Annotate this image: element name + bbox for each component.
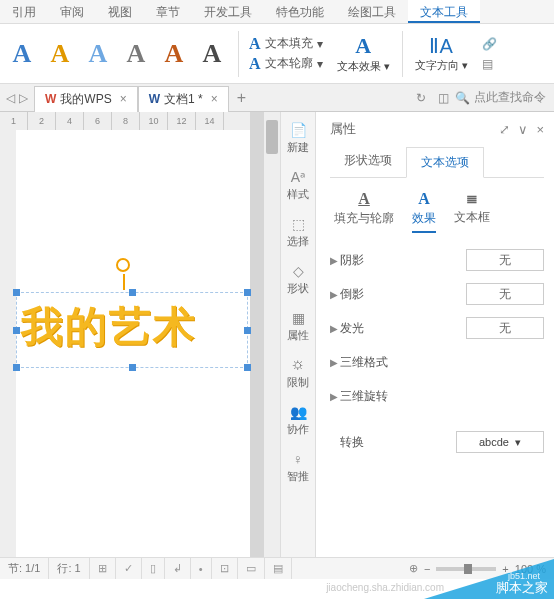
tab-3[interactable]: 章节 xyxy=(144,0,192,23)
dropdown-icon: ▾ xyxy=(515,436,521,449)
align-icon[interactable]: ▤ xyxy=(482,57,497,71)
nav-back-icon[interactable]: ◁ xyxy=(6,91,15,105)
shadow-value-button[interactable]: 无 xyxy=(466,249,544,271)
status-icon-6[interactable]: ⊡ xyxy=(212,558,238,579)
glow-value-button[interactable]: 无 xyxy=(466,317,544,339)
wordart-style-1[interactable]: A xyxy=(6,31,38,77)
status-icon-7[interactable]: ▭ xyxy=(238,558,265,579)
side-styles[interactable]: Aᵃ样式 xyxy=(281,165,315,206)
rotate-handle[interactable] xyxy=(116,258,130,272)
resize-handle[interactable] xyxy=(129,364,136,371)
resize-handle[interactable] xyxy=(244,327,251,334)
wordart-style-3[interactable]: A xyxy=(82,31,114,77)
page-canvas[interactable]: 我的艺术 xyxy=(16,130,236,557)
expand-icon[interactable]: ▶ xyxy=(330,323,340,334)
panel-close-icon[interactable]: × xyxy=(536,122,544,137)
tab-4[interactable]: 开发工具 xyxy=(192,0,264,23)
status-icon-1[interactable]: ⊞ xyxy=(90,558,116,579)
feedback-icon[interactable]: ↻ xyxy=(410,91,432,105)
zoom-slider[interactable] xyxy=(436,567,496,571)
expand-icon[interactable]: ▶ xyxy=(330,255,340,266)
zoom-in-icon[interactable]: + xyxy=(502,563,508,575)
side-collab[interactable]: 👥协作 xyxy=(281,400,315,441)
mode-icon: • xyxy=(199,563,203,575)
doctab-wps[interactable]: W 我的WPS × xyxy=(34,86,138,112)
expand-icon[interactable]: ▶ xyxy=(330,289,340,300)
wordart-selection-box[interactable]: 我的艺术 xyxy=(16,292,248,368)
wordart-style-2[interactable]: A xyxy=(44,31,76,77)
resize-handle[interactable] xyxy=(13,289,20,296)
text-fill-button[interactable]: A文本填充▾ xyxy=(249,35,323,53)
panel-collapse-icon[interactable]: ∨ xyxy=(518,122,528,137)
resize-handle[interactable] xyxy=(13,364,20,371)
nav-fwd-icon[interactable]: ▷ xyxy=(19,91,28,105)
wordart-text[interactable]: 我的艺术 xyxy=(17,293,247,355)
side-shape[interactable]: ◇形状 xyxy=(281,259,315,300)
subtab-textbox[interactable]: ≣文本框 xyxy=(454,190,490,233)
zoom-knob[interactable] xyxy=(464,564,472,574)
status-line[interactable]: 行: 1 xyxy=(49,558,89,579)
tab-2[interactable]: 视图 xyxy=(96,0,144,23)
tab-text-options[interactable]: 文本选项 xyxy=(406,147,484,178)
expand-icon[interactable]: ▶ xyxy=(330,391,340,402)
row-reflection[interactable]: ▶ 倒影 无 xyxy=(330,277,544,311)
tab-0[interactable]: 引用 xyxy=(0,0,48,23)
tab-6[interactable]: 绘图工具 xyxy=(336,0,408,23)
row-shadow[interactable]: ▶ 阴影 无 xyxy=(330,243,544,277)
scrollbar-thumb[interactable] xyxy=(266,120,278,154)
skin-icon[interactable]: ◫ xyxy=(432,91,455,105)
side-select[interactable]: ⬚选择 xyxy=(281,212,315,253)
transform-select[interactable]: abcde ▾ xyxy=(456,431,544,453)
link-icon[interactable]: 🔗 xyxy=(482,37,497,51)
text-direction-icon: ⅡA xyxy=(429,34,452,58)
resize-handle[interactable] xyxy=(244,364,251,371)
wordart-style-5[interactable]: A xyxy=(158,31,190,77)
text-effect-button[interactable]: A 文本效果 ▾ xyxy=(329,33,398,74)
shape-icon: ◇ xyxy=(293,263,304,279)
vertical-scrollbar[interactable] xyxy=(264,112,280,557)
fit-icon[interactable]: ⊕ xyxy=(409,562,418,575)
props-icon: ▦ xyxy=(292,310,305,326)
wordart-style-6[interactable]: A xyxy=(196,31,228,77)
zoom-out-icon[interactable]: − xyxy=(424,563,430,575)
resize-handle[interactable] xyxy=(13,327,20,334)
status-icon-2[interactable]: ✓ xyxy=(116,558,142,579)
text-direction-button[interactable]: ⅡA 文字方向 ▾ xyxy=(407,34,476,73)
side-restrict[interactable]: ⛭限制 xyxy=(281,353,315,394)
status-icon-3[interactable]: ▯ xyxy=(142,558,165,579)
row-3d-rotation[interactable]: ▶ 三维旋转 xyxy=(330,379,544,413)
subtab-effects[interactable]: A效果 xyxy=(412,190,436,233)
zoom-control[interactable]: ⊕ − + 100 % xyxy=(409,562,554,575)
zoom-value[interactable]: 100 % xyxy=(515,563,546,575)
status-icon-4[interactable]: ↲ xyxy=(165,558,191,579)
resize-handle[interactable] xyxy=(244,289,251,296)
status-icon-8[interactable]: ▤ xyxy=(265,558,292,579)
row-3d-format[interactable]: ▶ 三维格式 xyxy=(330,345,544,379)
command-search[interactable]: 🔍 点此查找命令 xyxy=(455,89,554,106)
spellcheck-icon: ✓ xyxy=(124,562,133,575)
resize-handle[interactable] xyxy=(129,289,136,296)
side-new[interactable]: 📄新建 xyxy=(281,118,315,159)
close-icon[interactable]: × xyxy=(211,92,218,106)
status-icon-5[interactable]: • xyxy=(191,558,212,579)
panel-undock-icon[interactable]: ⤢ xyxy=(499,122,510,137)
side-props[interactable]: ▦属性 xyxy=(281,306,315,347)
subtab-fill-outline[interactable]: A填充与轮廓 xyxy=(334,190,394,233)
wordart-style-gallery[interactable]: A A A A A A xyxy=(0,31,234,77)
text-outline-button[interactable]: A文本轮廓▾ xyxy=(249,55,323,73)
tab-1[interactable]: 审阅 xyxy=(48,0,96,23)
reflection-value-button[interactable]: 无 xyxy=(466,283,544,305)
tab-shape-options[interactable]: 形状选项 xyxy=(330,146,406,177)
status-bar: 节: 1/1 行: 1 ⊞ ✓ ▯ ↲ • ⊡ ▭ ▤ ⊕ − + 100 % xyxy=(0,557,554,579)
expand-icon[interactable]: ▶ xyxy=(330,357,340,368)
properties-panel: 属性 ⤢ ∨ × 形状选项 文本选项 A填充与轮廓 A效果 ≣文本框 ▶ 阴影 … xyxy=(316,112,554,557)
close-icon[interactable]: × xyxy=(120,92,127,106)
status-section[interactable]: 节: 1/1 xyxy=(0,558,49,579)
tab-7[interactable]: 文本工具 xyxy=(408,0,480,23)
row-glow[interactable]: ▶ 发光 无 xyxy=(330,311,544,345)
side-recommend[interactable]: ♀智推 xyxy=(281,447,315,488)
tab-5[interactable]: 特色功能 xyxy=(264,0,336,23)
doctab-doc1[interactable]: W 文档1 * × xyxy=(138,86,229,112)
new-tab-button[interactable]: + xyxy=(229,89,254,107)
wordart-style-4[interactable]: A xyxy=(120,31,152,77)
